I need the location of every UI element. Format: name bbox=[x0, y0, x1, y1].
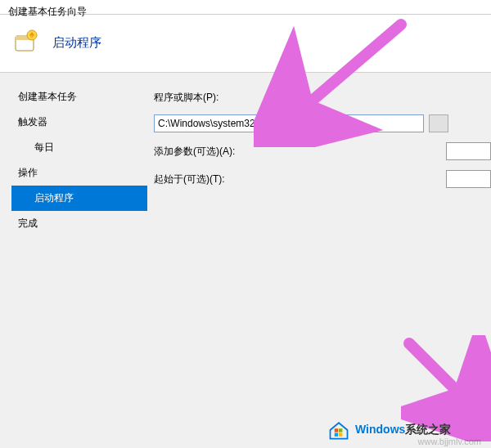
program-label: 程序或脚本(P): bbox=[154, 91, 260, 105]
svg-rect-8 bbox=[339, 433, 342, 437]
svg-rect-5 bbox=[335, 428, 338, 432]
program-label-row: 程序或脚本(P): bbox=[154, 91, 491, 105]
svg-rect-7 bbox=[335, 433, 338, 437]
watermark-brand-blue: Windows bbox=[355, 423, 405, 436]
startin-input[interactable] bbox=[446, 170, 491, 188]
watermark-text: Windows系统之家 bbox=[355, 423, 451, 437]
wizard-title: 启动程序 bbox=[52, 35, 101, 51]
sidebar-item-action[interactable]: 操作 bbox=[11, 160, 147, 186]
sidebar-item-trigger[interactable]: 触发器 bbox=[11, 110, 147, 135]
sidebar-item-daily[interactable]: 每日 bbox=[11, 135, 147, 160]
wizard-content: 创建基本任务 触发器 每日 操作 启动程序 完成 程序或脚本(P): 添加参数(… bbox=[0, 73, 491, 423]
wizard-header: 启动程序 bbox=[0, 15, 491, 73]
sidebar-item-create-task[interactable]: 创建基本任务 bbox=[11, 84, 147, 110]
title-bar: 创建基本任务向导 bbox=[0, 0, 491, 15]
startin-label: 起始于(可选)(T): bbox=[154, 172, 260, 186]
svg-rect-6 bbox=[339, 428, 342, 432]
sidebar-item-start-program[interactable]: 启动程序 bbox=[11, 186, 147, 211]
args-label: 添加参数(可选)(A): bbox=[154, 145, 260, 159]
browse-button[interactable] bbox=[429, 114, 448, 132]
wizard-main: 程序或脚本(P): 添加参数(可选)(A): 起始于(可选)(T): bbox=[147, 73, 491, 423]
watermark-url: www.bjjmlv.com bbox=[418, 437, 481, 446]
program-input-row bbox=[154, 114, 491, 132]
sidebar-item-finish[interactable]: 完成 bbox=[11, 211, 147, 236]
windows-house-icon bbox=[327, 419, 350, 441]
args-row: 添加参数(可选)(A): bbox=[154, 142, 491, 160]
run-program-icon bbox=[13, 29, 39, 56]
window-title: 创建基本任务向导 bbox=[8, 6, 87, 17]
startin-row: 起始于(可选)(T): bbox=[154, 170, 491, 188]
wizard-sidebar: 创建基本任务 触发器 每日 操作 启动程序 完成 bbox=[0, 73, 147, 423]
watermark-brand-rest: 系统之家 bbox=[405, 423, 451, 436]
program-input[interactable] bbox=[154, 114, 424, 132]
args-input[interactable] bbox=[446, 142, 491, 160]
